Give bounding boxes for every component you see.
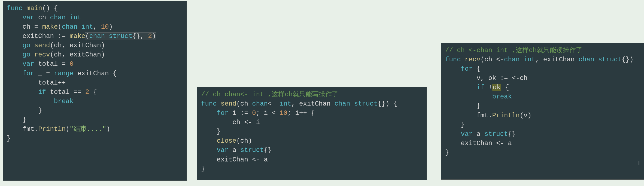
code-line: } (445, 101, 644, 111)
code-token: chan int (62, 23, 93, 31)
code-line: } (445, 148, 644, 157)
code-token: // ch chan<- int ,这样ch就只能写操作了 (201, 91, 338, 98)
code-token: } (7, 116, 26, 124)
code-token: i := (229, 109, 252, 117)
code-token: recv (465, 56, 481, 63)
code-token: , exitChan (535, 56, 578, 63)
code-token: } (7, 135, 11, 142)
code-token (7, 60, 23, 68)
code-token (7, 14, 23, 21)
code-token: ) (109, 23, 113, 31)
code-token: ! (484, 84, 492, 91)
code-token: // ch <-chan int ,这样ch就只能读操作了 (445, 47, 582, 54)
code-token: 0 (69, 60, 73, 68)
code-line: for { (445, 64, 644, 74)
code-token: func (201, 100, 221, 107)
code-token: exitChan <- a (445, 140, 512, 147)
code-token: chan struct (579, 56, 622, 63)
code-token: () { (42, 5, 58, 12)
code-token: { (89, 88, 97, 96)
code-token: 10 (280, 109, 287, 117)
code-token: chan int (50, 14, 81, 21)
code-line: } (445, 120, 644, 130)
code-token: 2 (148, 32, 152, 40)
code-token (7, 51, 23, 58)
code-token: } (201, 128, 221, 135)
code-token: exitChan { (74, 70, 117, 77)
text-cursor-icon: I (637, 159, 641, 167)
code-line: break (7, 97, 183, 106)
code-token: var (217, 146, 229, 154)
highlighted-token: ok (492, 84, 501, 91)
code-line: fmt.Println("结束....") (7, 125, 183, 134)
code-token: a (473, 130, 484, 138)
code-token (445, 93, 492, 100)
code-token (445, 84, 476, 91)
code-line: fmt.Println(v) (445, 111, 644, 120)
code-token (7, 98, 54, 105)
code-token: 2 (85, 88, 89, 96)
selected-range: (chan struct{}, 2) (85, 32, 156, 40)
code-token: ( (85, 32, 89, 40)
code-token: , (93, 23, 101, 31)
code-token: chan int (504, 56, 535, 63)
code-line: } (7, 106, 183, 115)
code-line: if !ok { (445, 83, 644, 92)
code-line: v, ok := <-ch (445, 74, 644, 83)
code-token: func (7, 5, 26, 12)
code-token: (ch <- (481, 56, 504, 63)
code-token: total = (34, 60, 70, 68)
code-token (445, 65, 461, 73)
code-block-send: // ch chan<- int ,这样ch就只能写操作了func send(c… (197, 87, 427, 180)
code-token: main (26, 5, 42, 12)
code-token: ch = (7, 23, 42, 31)
code-token: for (217, 109, 229, 117)
code-token: if (38, 88, 46, 96)
code-line: exitChan := make(chan struct{}, 2) (7, 32, 183, 41)
code-token: <- (268, 100, 280, 107)
code-token (7, 88, 38, 96)
code-token: } (201, 165, 205, 173)
code-token: var (23, 60, 34, 68)
code-token: {} (508, 130, 516, 138)
code-token: } (445, 121, 465, 128)
code-token: a (229, 146, 240, 154)
code-token: (v) (520, 112, 531, 119)
code-token: go (23, 42, 31, 49)
code-token: {}) (622, 56, 633, 63)
code-line: // ch chan<- int ,这样ch就只能写操作了 (201, 90, 423, 99)
code-token: var (461, 130, 473, 138)
code-token: chan (252, 100, 268, 107)
code-token: fmt. (445, 112, 492, 119)
code-token: (ch, exitChan) (50, 42, 105, 49)
code-token: ch <- i (201, 119, 260, 126)
code-token: close (217, 137, 236, 145)
code-token: ; i < (256, 109, 280, 117)
code-token: ch (34, 14, 50, 21)
code-token: (ch, exitChan) (50, 51, 105, 58)
code-line: } (7, 134, 183, 143)
code-token: make (69, 32, 85, 40)
code-token: func (445, 56, 465, 63)
code-token (445, 130, 461, 138)
code-token: make (42, 23, 58, 31)
code-token: fmt. (7, 125, 38, 133)
code-token: } (445, 102, 481, 110)
code-line: for _ = range exitChan { (7, 69, 183, 78)
code-token: } (7, 107, 42, 114)
code-line: break (445, 92, 644, 101)
code-token: 0 (252, 109, 256, 117)
code-line: var a struct{} (445, 130, 644, 139)
code-token: go (23, 51, 31, 58)
code-line: exitChan <- a (201, 155, 423, 164)
code-token: break (492, 93, 512, 100)
code-line: var total = 0 (7, 59, 183, 69)
code-token: { (473, 65, 481, 73)
code-token: total++ (7, 79, 66, 86)
code-line: } (201, 127, 423, 136)
code-token: } (445, 149, 449, 156)
code-token: range (54, 70, 74, 77)
code-line: ch <- i (201, 118, 423, 127)
code-token: Println (38, 125, 66, 133)
code-token (201, 137, 217, 145)
